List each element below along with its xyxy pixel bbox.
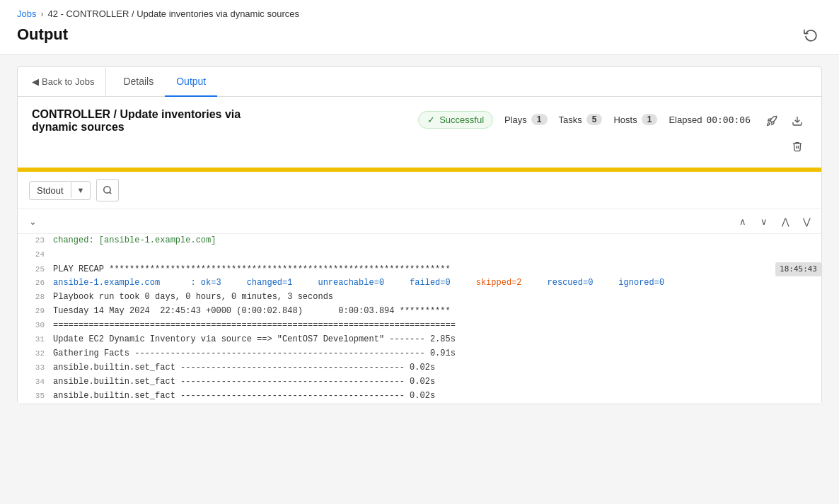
- line-content: Gathering Facts ------------------------…: [53, 347, 821, 361]
- hosts-label: Hosts: [613, 115, 637, 125]
- line-content: PLAY RECAP *****************************…: [53, 263, 770, 276]
- scroll-down-btn[interactable]: ⌄: [23, 212, 42, 230]
- download-icon-btn[interactable]: [787, 111, 807, 131]
- line-content: ansible.builtin.set_fact ---------------…: [53, 361, 821, 375]
- line-number: 28: [18, 291, 53, 304]
- elapsed-value: 00:00:06: [706, 115, 751, 125]
- stdout-label: Stdout: [30, 182, 71, 199]
- plays-label: Plays: [504, 115, 527, 125]
- line-content: ansible.builtin.set_fact ---------------…: [53, 389, 821, 403]
- tasks-label: Tasks: [559, 115, 582, 125]
- line-number: 24: [18, 249, 53, 262]
- breadcrumb-sep: ›: [40, 9, 43, 19]
- tab-bar: ◀ Back to Jobs Details Output: [18, 67, 821, 97]
- plays-stat: Plays 1: [504, 114, 547, 125]
- log-line: 30 =====================================…: [18, 319, 821, 333]
- main-content: ◀ Back to Jobs Details Output CONTROLLER…: [17, 66, 822, 404]
- svg-point-1: [104, 187, 110, 193]
- history-icon-btn[interactable]: [799, 23, 822, 46]
- breadcrumb-jobs-link[interactable]: Jobs: [17, 8, 36, 19]
- elapsed-stat: Elapsed 00:00:06: [669, 115, 751, 125]
- line-number: 30: [18, 320, 53, 332]
- log-line: 31 Update EC2 Dynamic Inventory via sour…: [18, 333, 821, 347]
- status-badge: ✓ Successful: [418, 111, 493, 129]
- line-content: ansible-1.example.com : ok=3 changed=1 u…: [53, 276, 821, 290]
- stats-row: Plays 1 Tasks 5 Hosts 1 Elapsed 00:00:06: [504, 114, 751, 125]
- stdout-select[interactable]: Stdout ▼: [29, 181, 91, 200]
- line-content: ========================================…: [53, 319, 821, 332]
- line-number: 35: [18, 390, 53, 403]
- log-nav: ⌄ ∧ ∨ ⋀ ⋁: [18, 209, 821, 234]
- line-number: 33: [18, 362, 53, 375]
- log-line: 26 ansible-1.example.com : ok=3 changed=…: [18, 276, 821, 291]
- line-number: 26: [18, 277, 53, 290]
- breadcrumb-job: 42 - CONTROLLER / Update inventories via…: [47, 8, 299, 19]
- line-number: 32: [18, 348, 53, 361]
- top-bar: Jobs › 42 - CONTROLLER / Update inventor…: [0, 0, 839, 55]
- log-container: ⌄ ∧ ∨ ⋀ ⋁ 23 changed: [ansible-1.example…: [18, 209, 821, 404]
- log-nav-left: ⌄: [23, 212, 42, 230]
- back-to-jobs-tab[interactable]: ◀ Back to Jobs: [26, 68, 106, 95]
- tab-output[interactable]: Output: [165, 67, 217, 97]
- page-title-row: Output: [17, 23, 822, 54]
- line-number: 34: [18, 376, 53, 389]
- scroll-down-nav-btn[interactable]: ∨: [755, 212, 773, 230]
- status-label: Successful: [439, 115, 484, 125]
- hosts-stat: Hosts 1: [613, 114, 657, 125]
- line-content: ansible.builtin.set_fact ---------------…: [53, 375, 821, 389]
- elapsed-label: Elapsed: [669, 115, 702, 125]
- hosts-count: 1: [642, 114, 658, 125]
- job-header: CONTROLLER / Update inventories via dyna…: [18, 97, 821, 168]
- page-title: Output: [17, 25, 68, 44]
- job-title: CONTROLLER / Update inventories via dyna…: [32, 108, 272, 134]
- output-controls: Stdout ▼: [18, 172, 821, 209]
- scroll-up-btn[interactable]: ∧: [734, 212, 752, 230]
- log-line: 25 PLAY RECAP **************************…: [18, 262, 821, 276]
- log-line: 28 Playbook run took 0 days, 0 hours, 0 …: [18, 291, 821, 305]
- svg-line-2: [110, 192, 112, 194]
- back-to-jobs-label: Back to Jobs: [42, 76, 94, 87]
- log-line: 34 ansible.builtin.set_fact ------------…: [18, 375, 821, 389]
- line-content: [53, 248, 821, 262]
- check-icon: ✓: [427, 115, 435, 125]
- search-button[interactable]: [96, 179, 119, 201]
- timestamp-badge: 18:45:43: [775, 262, 821, 276]
- scroll-bottom-btn[interactable]: ⋁: [797, 212, 816, 230]
- log-line: 35 ansible.builtin.set_fact ------------…: [18, 389, 821, 404]
- breadcrumb: Jobs › 42 - CONTROLLER / Update inventor…: [17, 8, 822, 19]
- log-line: 24: [18, 248, 821, 262]
- line-content: Playbook run took 0 days, 0 hours, 0 min…: [53, 291, 821, 304]
- log-output[interactable]: 23 changed: [ansible-1.example.com] 24 2…: [18, 234, 821, 404]
- log-line: 33 ansible.builtin.set_fact ------------…: [18, 361, 821, 375]
- action-icons: [762, 111, 807, 131]
- log-nav-right: ∧ ∨ ⋀ ⋁: [734, 212, 816, 230]
- rocket-icon-btn[interactable]: [762, 111, 782, 131]
- log-line: 32 Gathering Facts ---------------------…: [18, 347, 821, 361]
- scroll-top-btn[interactable]: ⋀: [776, 212, 794, 230]
- line-number: 29: [18, 305, 53, 318]
- line-number: 23: [18, 235, 53, 247]
- line-content: changed: [ansible-1.example.com]: [53, 234, 821, 247]
- line-content: Update EC2 Dynamic Inventory via source …: [53, 333, 821, 346]
- line-number: 31: [18, 334, 53, 346]
- delete-icon-btn[interactable]: [787, 136, 807, 156]
- stdout-dropdown-arrow[interactable]: ▼: [71, 182, 91, 198]
- log-line: 29 Tuesday 14 May 2024 22:45:43 +0000 (0…: [18, 305, 821, 319]
- plays-count: 1: [531, 114, 548, 125]
- back-arrow-icon: ◀: [32, 76, 39, 87]
- job-header-right: ✓ Successful Plays 1 Tasks 5 Hosts 1: [418, 108, 807, 156]
- log-line: 23 changed: [ansible-1.example.com]: [18, 234, 821, 248]
- tasks-count: 5: [586, 114, 603, 125]
- line-content: Tuesday 14 May 2024 22:45:43 +0000 (0:00…: [53, 305, 821, 318]
- tab-details[interactable]: Details: [112, 67, 165, 97]
- tasks-stat: Tasks 5: [559, 114, 603, 125]
- line-number: 25: [18, 264, 53, 276]
